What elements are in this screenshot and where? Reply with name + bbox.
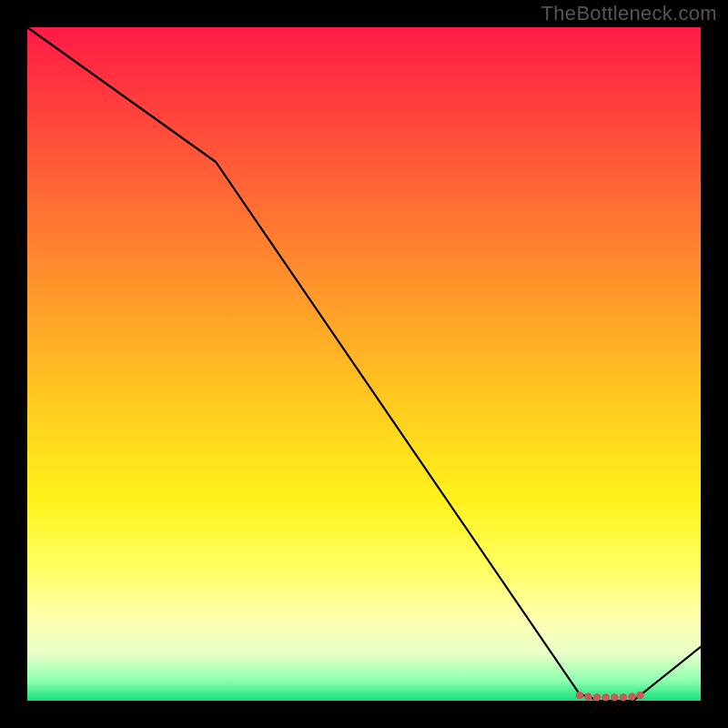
optimal-marker	[576, 692, 583, 699]
chart-frame: TheBottleneck.com	[0, 0, 728, 728]
optimal-marker	[629, 693, 636, 701]
attribution-text: TheBottleneck.com	[541, 2, 717, 25]
bottleneck-line	[27, 27, 701, 701]
optimal-range-markers	[576, 692, 643, 701]
optimal-marker	[593, 694, 601, 702]
chart-svg	[27, 27, 701, 701]
optimal-marker	[585, 693, 592, 701]
optimal-marker	[612, 694, 619, 702]
plot-area	[27, 27, 701, 701]
optimal-marker	[620, 694, 627, 702]
optimal-marker	[637, 692, 644, 699]
optimal-marker	[602, 694, 610, 702]
